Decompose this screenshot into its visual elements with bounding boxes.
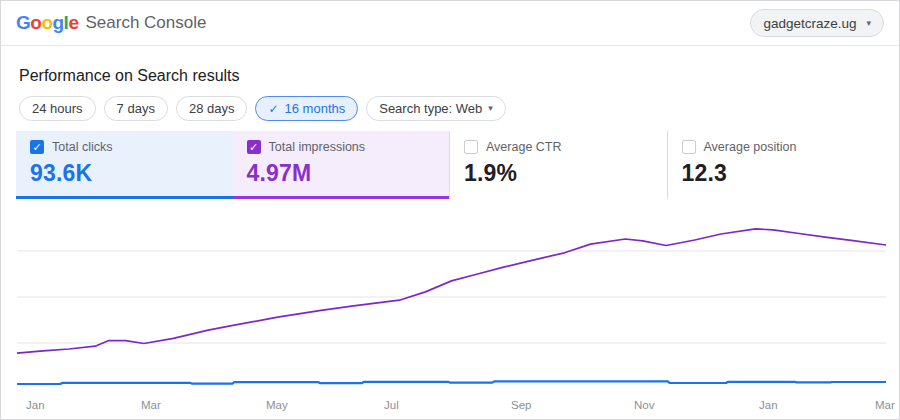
performance-line-chart[interactable]: [1, 201, 900, 396]
date-filter-chips: 24 hours 7 days 28 days ✓ 16 months Sear…: [19, 96, 506, 121]
x-axis-label: May: [266, 399, 288, 411]
logo-letter: o: [41, 12, 52, 33]
chip-16-months[interactable]: ✓ 16 months: [255, 96, 358, 121]
checkbox-checked-icon[interactable]: ✓: [30, 140, 44, 154]
x-axis-label: Jan: [759, 399, 778, 411]
card-header: Average position: [682, 140, 885, 154]
chip-label: Search type: Web: [379, 101, 482, 116]
card-header: ✓ Total impressions: [247, 140, 450, 154]
chip-label: 7 days: [117, 101, 155, 116]
checkmark-icon: ✓: [268, 102, 278, 116]
metric-card-average-position[interactable]: Average position 12.3: [667, 131, 885, 199]
metric-cards: ✓ Total clicks 93.6K ✓ Total impressions…: [16, 131, 884, 199]
chip-label: 16 months: [285, 101, 346, 116]
metric-value: 4.97M: [247, 160, 450, 187]
checkbox-unchecked-icon[interactable]: [464, 140, 478, 154]
chip-label: 24 hours: [32, 101, 83, 116]
product-name: Search Console: [85, 13, 206, 33]
google-logo[interactable]: Google: [16, 12, 78, 34]
x-axis-label: Mar: [141, 399, 161, 411]
x-axis-label: Jan: [26, 399, 45, 411]
checkbox-unchecked-icon[interactable]: [682, 140, 696, 154]
chip-search-type[interactable]: Search type: Web ▾: [366, 96, 506, 121]
metric-label: Average CTR: [486, 140, 562, 154]
x-axis-label: Jul: [384, 399, 399, 411]
card-header: ✓ Total clicks: [30, 140, 233, 154]
logo-letter: G: [16, 12, 30, 33]
x-axis-label: Sep: [511, 399, 531, 411]
chip-label: 28 days: [189, 101, 235, 116]
chip-7-days[interactable]: 7 days: [104, 96, 168, 121]
chip-28-days[interactable]: 28 days: [176, 96, 248, 121]
logo-letter: e: [68, 12, 78, 33]
card-header: Average CTR: [464, 140, 667, 154]
metric-value: 12.3: [682, 160, 885, 187]
metric-card-average-ctr[interactable]: Average CTR 1.9%: [449, 131, 667, 199]
metric-label: Total impressions: [269, 140, 366, 154]
chevron-down-icon: ▾: [488, 104, 493, 113]
chevron-down-icon: ▾: [866, 19, 871, 28]
metric-label: Average position: [704, 140, 797, 154]
metric-value: 1.9%: [464, 160, 667, 187]
page-title: Performance on Search results: [19, 67, 240, 85]
chip-24-hours[interactable]: 24 hours: [19, 96, 96, 121]
app-header: Google Search Console gadgetcraze.ug ▾: [1, 1, 899, 46]
x-axis-label: Mar: [875, 399, 895, 411]
logo-letter: o: [30, 12, 41, 33]
logo-letter: g: [53, 12, 64, 33]
metric-value: 93.6K: [30, 160, 233, 187]
checkbox-checked-icon[interactable]: ✓: [247, 140, 261, 154]
x-axis-label: Nov: [634, 399, 654, 411]
metric-card-total-impressions[interactable]: ✓ Total impressions 4.97M: [233, 131, 450, 199]
property-selector[interactable]: gadgetcraze.ug ▾: [750, 9, 884, 37]
metric-label: Total clicks: [52, 140, 112, 154]
search-console-page: Google Search Console gadgetcraze.ug ▾ P…: [0, 0, 900, 420]
metric-card-total-clicks[interactable]: ✓ Total clicks 93.6K: [16, 131, 233, 199]
property-name: gadgetcraze.ug: [763, 16, 856, 31]
